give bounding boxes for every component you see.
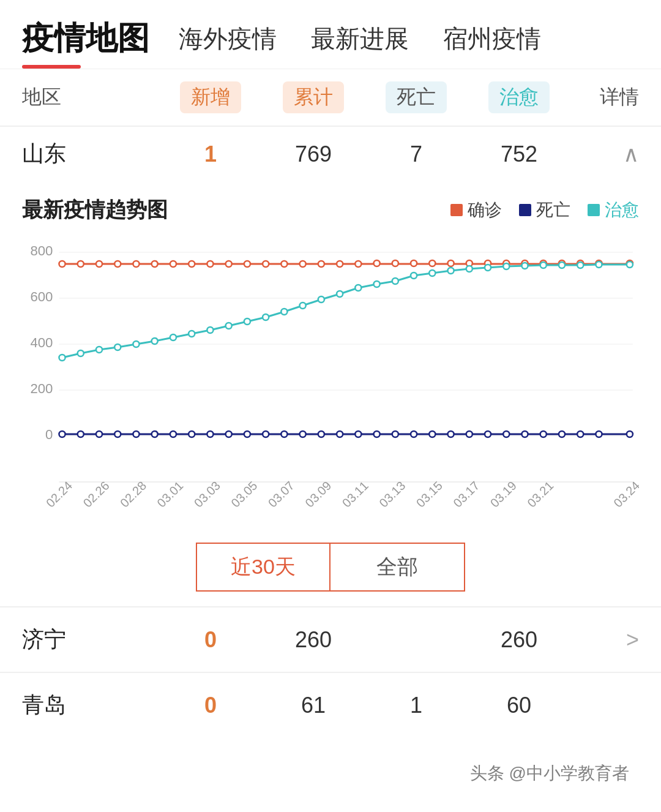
svg-point-62 [429, 270, 435, 276]
svg-point-53 [263, 314, 269, 320]
svg-point-96 [485, 431, 491, 437]
nav-latest[interactable]: 最新进展 [311, 22, 409, 56]
svg-text:03.05: 03.05 [228, 479, 260, 510]
new-shandong: 1 [159, 141, 262, 167]
svg-point-29 [392, 260, 398, 266]
detail-shandong[interactable]: ∧ [570, 141, 639, 167]
col-death-bg: 死亡 [386, 81, 447, 113]
svg-point-88 [337, 431, 343, 437]
svg-point-23 [281, 261, 287, 267]
col-header-total: 累计 [262, 81, 365, 113]
svg-point-102 [596, 431, 602, 437]
svg-text:02.28: 02.28 [118, 479, 149, 510]
row-qingdao: 青岛 0 61 1 60 [0, 672, 661, 737]
svg-point-44 [96, 347, 102, 353]
svg-text:03.01: 03.01 [154, 479, 185, 510]
svg-point-45 [114, 344, 121, 350]
chart-area: 800 600 400 200 0 [22, 234, 639, 528]
svg-text:03.21: 03.21 [525, 479, 556, 510]
col-header-death: 死亡 [365, 81, 468, 113]
death-qingdao: 1 [365, 693, 468, 718]
btn-30days[interactable]: 近30天 [196, 543, 330, 592]
svg-point-67 [521, 263, 528, 269]
svg-point-15 [133, 261, 139, 267]
svg-point-68 [540, 262, 547, 268]
svg-point-63 [448, 268, 454, 274]
legend-recover-label: 治愈 [605, 198, 639, 222]
svg-point-73 [59, 431, 65, 437]
svg-text:03.24: 03.24 [611, 479, 639, 510]
svg-point-75 [96, 431, 102, 437]
svg-point-58 [355, 285, 361, 291]
svg-point-49 [189, 331, 195, 337]
svg-text:03.17: 03.17 [450, 479, 482, 510]
svg-point-103 [627, 431, 633, 437]
svg-text:03.09: 03.09 [302, 479, 334, 510]
svg-point-28 [374, 260, 380, 266]
legend-confirm-label: 确诊 [468, 198, 502, 222]
svg-point-61 [411, 273, 417, 279]
total-qingdao: 61 [262, 693, 365, 718]
nav-suzhou[interactable]: 宿州疫情 [443, 22, 541, 56]
svg-point-98 [521, 431, 528, 437]
svg-point-17 [170, 261, 176, 267]
legend-death-label: 死亡 [536, 198, 570, 222]
svg-point-26 [337, 261, 343, 267]
svg-point-90 [374, 431, 380, 437]
region-qingdao: 青岛 [22, 690, 159, 720]
col-header-detail: 详情 [570, 84, 639, 111]
chart-title: 最新疫情趋势图 [22, 196, 168, 224]
col-total-bg: 累计 [283, 81, 344, 113]
svg-text:800: 800 [30, 243, 53, 258]
btn-all[interactable]: 全部 [330, 543, 465, 592]
main-data-row: 山东 1 769 7 752 ∧ [0, 126, 661, 181]
svg-point-80 [189, 431, 195, 437]
svg-point-97 [503, 431, 509, 437]
col-header-recover: 治愈 [468, 81, 570, 113]
svg-point-92 [411, 431, 417, 437]
legend-recover: 治愈 [588, 198, 639, 222]
svg-text:600: 600 [30, 289, 53, 304]
svg-point-18 [189, 261, 195, 267]
svg-point-32 [448, 260, 454, 266]
detail-jining[interactable]: > [570, 627, 639, 653]
svg-point-27 [355, 261, 361, 267]
col-header-region: 地区 [22, 84, 159, 111]
svg-point-25 [318, 261, 324, 267]
chart-header: 最新疫情趋势图 确诊 死亡 治愈 [22, 196, 639, 224]
region-jining: 济宁 [22, 625, 159, 655]
legend-death: 死亡 [519, 198, 570, 222]
recover-jining: 260 [468, 627, 570, 653]
legend-confirm-dot [450, 204, 463, 216]
svg-point-69 [559, 262, 565, 268]
svg-point-82 [226, 431, 232, 437]
col-recover-bg: 治愈 [488, 81, 550, 113]
svg-point-24 [300, 261, 306, 267]
svg-point-91 [392, 431, 398, 437]
svg-point-55 [300, 303, 306, 309]
svg-point-20 [226, 261, 232, 267]
svg-point-54 [281, 309, 287, 315]
table-header: 地区 新增 累计 死亡 治愈 详情 [0, 69, 661, 126]
svg-point-50 [207, 327, 213, 333]
svg-text:0: 0 [45, 427, 53, 442]
svg-point-60 [392, 278, 398, 284]
svg-point-78 [152, 431, 158, 437]
row-jining: 济宁 0 260 260 > [0, 607, 661, 672]
recover-qingdao: 60 [468, 693, 570, 718]
col-new-bg: 新增 [180, 81, 241, 113]
total-jining: 260 [262, 627, 365, 653]
svg-point-56 [318, 296, 324, 303]
svg-text:03.07: 03.07 [266, 479, 297, 510]
svg-text:400: 400 [30, 335, 53, 350]
svg-point-81 [207, 431, 213, 437]
recover-shandong: 752 [468, 141, 570, 167]
page-title: 疫情地图 [22, 17, 149, 60]
svg-text:03.15: 03.15 [414, 479, 445, 510]
svg-point-79 [170, 431, 176, 437]
svg-point-13 [96, 261, 102, 267]
nav-overseas[interactable]: 海外疫情 [179, 22, 277, 56]
svg-text:03.19: 03.19 [488, 479, 519, 510]
svg-point-22 [263, 261, 269, 267]
legend-death-dot [519, 204, 531, 216]
